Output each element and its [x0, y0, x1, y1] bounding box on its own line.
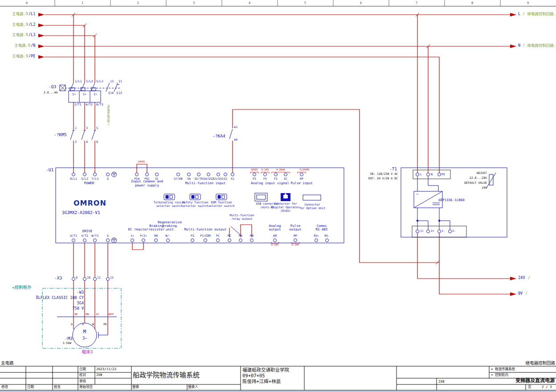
rail-point-l1[interactable]: /L1: [29, 12, 35, 16]
q3-trip-label: I>: [72, 93, 76, 96]
rail-point-n[interactable]: /N: [31, 44, 35, 48]
motor-phase: 3∼: [82, 336, 87, 340]
terminal-label: S2: [224, 178, 227, 181]
rating-label: 24VDC: [138, 161, 146, 163]
terminal-label: AM: [273, 234, 277, 238]
q3-trip-label: I>: [83, 93, 86, 96]
rail-ref-pe: 主电路.9: [12, 54, 28, 58]
terminal-strip-x3[interactable]: [72, 278, 110, 281]
link-point-0v[interactable]: 0V: [518, 291, 523, 295]
x3-tag[interactable]: -X3: [54, 276, 62, 280]
tb-date-value: 2023/11/22: [96, 368, 116, 371]
group-label: DC reactor: [128, 228, 148, 231]
terminal-label: P/2+: [140, 234, 147, 238]
rail-point-l2[interactable]: /L2: [29, 23, 35, 27]
terminal-label: T/L3: [91, 178, 98, 181]
wire-24v[interactable]: [417, 233, 510, 279]
km5-terminal-label: 6: [96, 141, 98, 144]
group-label: Multi-function: [230, 214, 254, 217]
km5-tag[interactable]: -?KM5: [54, 133, 67, 137]
ruler-number: 6: [360, 1, 362, 5]
ruler-number: 3: [193, 1, 195, 5]
group-label: Analog input signal: [251, 182, 289, 185]
tb-drawing-title: 变频器及直流电源: [515, 378, 555, 383]
u1-tag[interactable]: -U1: [46, 168, 53, 172]
terminal-label: RB: [154, 234, 158, 238]
potentiometer-icon: [486, 173, 496, 189]
wire-0v[interactable]: [439, 233, 510, 294]
wire-ka4-s1[interactable]: [233, 109, 439, 263]
link-arrows: [38, 13, 516, 296]
arrow-n-out-icon: [510, 44, 516, 48]
wire-p24-psc-jumper[interactable]: [137, 164, 147, 173]
rail-point-pe[interactable]: /PE: [29, 54, 35, 58]
rating-label: 10VDC: [251, 169, 258, 171]
connector-caption: (RJ45): [280, 210, 290, 213]
terminal-label: PC: [216, 234, 220, 238]
dip-switch-icons[interactable]: [164, 194, 227, 200]
x3-terminal-label: 11: [97, 276, 101, 279]
terminal-label: P2: [191, 234, 194, 238]
terminal-label: 1+: [131, 234, 134, 238]
terminal-label: 2-: [452, 230, 456, 233]
contactor-km5[interactable]: [70, 130, 96, 140]
wire-dc-reactor-jumper[interactable]: [132, 242, 143, 250]
motor-terminal-label: V: [82, 323, 84, 326]
arrow-0v-icon: [510, 292, 516, 296]
ruler-number: 0: [26, 1, 28, 5]
tb-replaced-by-label: 替换人: [188, 385, 198, 389]
t1-out-spec: OUT: 24 V/20 A DC: [368, 177, 398, 180]
terminal-label: S1: [231, 178, 234, 181]
u1-bottom-terminals[interactable]: [72, 239, 329, 242]
wire-color-label: GY: [96, 313, 99, 316]
terminal-label: S5/TH: [194, 178, 203, 181]
x3-terminal-label: 12: [110, 276, 114, 279]
tb-function: = 物流传输系统: [491, 368, 515, 371]
terminal-label: R/L1: [70, 178, 77, 181]
link-point-l[interactable]: L: [518, 12, 520, 16]
switch-caption: Terminating resist: [154, 201, 185, 204]
rating-label: 5/24VDC: [299, 169, 310, 171]
link-ref-l: / 继电器控制回路.0: [523, 12, 556, 16]
q3-aux-13-14[interactable]: [106, 83, 109, 94]
usb-connector-icon: [255, 193, 267, 201]
footer-tab-relay-circuit[interactable]: 继电器控制回路: [525, 361, 555, 365]
link-point-n[interactable]: N: [518, 44, 520, 48]
cable-type: ÖLFLEX CLASSIC 100 CY: [36, 296, 84, 300]
motor-tag[interactable]: -M3: [65, 336, 73, 341]
tb-authors: 陈俊玮+江辉+林晨: [242, 379, 281, 384]
schematic-page: 0 1 2 3 4 5 6 7 8 9 主电路.9 /L1 主电路.9 /L2 …: [0, 0, 556, 392]
group-label: power supply: [135, 184, 159, 187]
q3-terminal-label: 21: [119, 80, 122, 83]
ruler-number: 7: [416, 1, 418, 5]
tb-project-name: 船政学院物流传输系统: [133, 372, 200, 379]
ka4-tag[interactable]: -?KA4: [213, 134, 225, 138]
motor-caption: 辊床3: [82, 350, 93, 354]
q3-terminal-label: 2/T1: [74, 103, 82, 106]
cable-tag[interactable]: -W3: [77, 291, 84, 295]
motor-terminal-label: PE: [103, 323, 107, 326]
q3-terminal-label: 13: [110, 80, 114, 83]
t1-tag[interactable]: -T1: [389, 167, 397, 171]
switch-caption: EDM function: [211, 201, 232, 204]
q3-xref: /继电器控制回路.1: [107, 104, 110, 125]
relay-contact-ka4[interactable]: [229, 129, 233, 139]
terminal-label: V/T2: [81, 234, 88, 238]
footer-tab-main-circuit[interactable]: 主电路: [1, 361, 14, 365]
connector-icons[interactable]: [255, 193, 321, 201]
q3-tag[interactable]: -Q3: [49, 85, 56, 89]
rail-point-l3[interactable]: /L3: [29, 33, 35, 37]
power-supply-t1[interactable]: [401, 168, 507, 237]
motor-m3-symbol[interactable]: [73, 323, 97, 347]
tb-date2-label: 日期: [27, 385, 34, 389]
terminal-label: FI: [274, 178, 278, 181]
u1-top-terminals[interactable]: [72, 173, 303, 176]
terminal-label: S7/EB: [174, 178, 183, 181]
tb-location: + 控制柜内: [491, 373, 508, 377]
arrow-pe-icon: [38, 55, 45, 59]
terminal-label: L: [420, 173, 422, 176]
terminal-label: RS+: [314, 234, 319, 238]
terminal-label: MC: [228, 234, 231, 238]
link-point-24v[interactable]: 24V: [518, 276, 525, 280]
terminal-label: G: [107, 178, 109, 181]
